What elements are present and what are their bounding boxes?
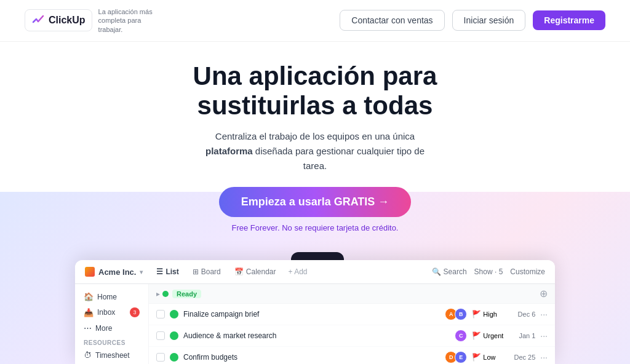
task-row: Confirm budgets D E 🚩 Low Dec 25 ··· bbox=[149, 347, 555, 364]
task-priority-2: 🚩 Urgent bbox=[472, 331, 506, 340]
task-date-3: Dec 25 bbox=[511, 354, 535, 361]
sidebar-item-timesheet[interactable]: ⏱ Timesheet bbox=[80, 347, 143, 363]
calendar-icon: 📅 bbox=[234, 267, 244, 276]
clickup-logo-icon bbox=[31, 14, 45, 27]
priority-flag-2: 🚩 bbox=[472, 331, 481, 340]
task-more-3[interactable]: ··· bbox=[540, 352, 548, 362]
inbox-icon: 📥 bbox=[84, 308, 94, 317]
register-button[interactable]: Registrarme bbox=[533, 10, 605, 30]
task-more-2[interactable]: ··· bbox=[540, 331, 548, 341]
task-group-label: Ready bbox=[162, 290, 201, 298]
contact-sales-button[interactable]: Contactar con ventas bbox=[340, 10, 444, 31]
hero-note: Free Forever. No se requiere tarjeta de … bbox=[12, 223, 618, 232]
hero-subtitle: Centraliza el trabajo de los equipos en … bbox=[198, 129, 432, 173]
logo-text: ClickUp bbox=[49, 15, 86, 26]
app-preview: Acme Inc. ▾ ☰ List ⊞ Board 📅 Calendar + … bbox=[75, 260, 555, 364]
task-avatars-2: C bbox=[455, 330, 467, 342]
app-content: 🏠 Home 📥 Inbox 3 ⋯ More Resources ⏱ Time… bbox=[75, 284, 555, 364]
task-checkbox-1[interactable] bbox=[156, 310, 165, 318]
priority-flag-3: 🚩 bbox=[472, 353, 481, 362]
task-name-3[interactable]: Confirm budgets bbox=[183, 353, 440, 362]
app-topbar: Acme Inc. ▾ ☰ List ⊞ Board 📅 Calendar + … bbox=[75, 260, 555, 284]
logo-area: ClickUp La aplicación más completa para … bbox=[25, 7, 160, 34]
task-priority-1: 🚩 High bbox=[472, 310, 506, 318]
task-checkbox-2[interactable] bbox=[156, 331, 165, 340]
timesheet-icon: ⏱ bbox=[84, 350, 92, 360]
login-button[interactable]: Iniciar sesión bbox=[452, 10, 526, 31]
customize-button[interactable]: Customize bbox=[510, 267, 545, 276]
hero-title: Una aplicación para sustituirlas a todas bbox=[12, 61, 618, 121]
avatar-1b: B bbox=[455, 308, 467, 320]
avatar-2a: C bbox=[455, 330, 467, 342]
show-filter-button[interactable]: Show · 5 bbox=[474, 267, 503, 276]
hero-section: Una aplicación para sustituirlas a todas… bbox=[0, 42, 630, 245]
search-button[interactable]: 🔍 Search bbox=[432, 267, 466, 276]
workspace-dropdown-icon[interactable]: ▾ bbox=[140, 269, 143, 275]
inbox-badge: 3 bbox=[130, 307, 140, 317]
list-icon: ☰ bbox=[156, 267, 163, 276]
task-status-dot-2 bbox=[170, 331, 178, 340]
priority-flag-1: 🚩 bbox=[472, 310, 481, 318]
task-date-1: Dec 6 bbox=[511, 311, 535, 318]
avatar-3b: E bbox=[455, 351, 467, 363]
app-main-content: ▸ Ready ⊕ Finalize campaign brief A B 🚩 bbox=[149, 284, 555, 364]
workspace-icon bbox=[85, 267, 95, 277]
ready-status-dot bbox=[162, 291, 169, 297]
app-toolbar-right: 🔍 Search Show · 5 Customize bbox=[432, 267, 545, 276]
workspace-name: Acme Inc. bbox=[98, 267, 136, 277]
task-name-2[interactable]: Audience & market research bbox=[183, 331, 450, 340]
task-date-2: Jan 1 bbox=[511, 332, 535, 339]
board-icon: ⊞ bbox=[193, 267, 199, 276]
task-row: Audience & market research C 🚩 Urgent Ja… bbox=[149, 325, 555, 347]
ready-status-label: Ready bbox=[172, 290, 201, 298]
group-expand-icon[interactable]: ▸ bbox=[156, 290, 160, 298]
tab-board[interactable]: ⊞ Board bbox=[186, 265, 227, 279]
add-task-button[interactable]: ⊕ bbox=[540, 288, 548, 299]
app-tabs: ☰ List ⊞ Board 📅 Calendar + Add bbox=[150, 265, 312, 279]
resources-section-label: Resources bbox=[80, 336, 143, 347]
task-priority-3: 🚩 Low bbox=[472, 353, 506, 362]
task-more-1[interactable]: ··· bbox=[540, 309, 548, 319]
logo-box: ClickUp bbox=[25, 9, 92, 31]
logo-tagline: La aplicación más completa para trabajar… bbox=[98, 7, 160, 34]
task-name-1[interactable]: Finalize campaign brief bbox=[183, 310, 440, 318]
task-avatars-3: D E bbox=[445, 351, 467, 363]
cta-button[interactable]: Empieza a usarla GRATIS → bbox=[219, 187, 412, 217]
sidebar-item-more[interactable]: ⋯ More bbox=[80, 320, 143, 336]
sidebar-item-inbox[interactable]: 📥 Inbox 3 bbox=[80, 304, 143, 320]
task-status-dot-3 bbox=[170, 353, 178, 362]
workspace-name-area[interactable]: Acme Inc. ▾ bbox=[85, 267, 143, 277]
tab-list[interactable]: ☰ List bbox=[150, 265, 185, 279]
header: ClickUp La aplicación más completa para … bbox=[0, 0, 630, 42]
header-nav: Contactar con ventas Iniciar sesión Regi… bbox=[340, 10, 605, 31]
app-sidebar: 🏠 Home 📥 Inbox 3 ⋯ More Resources ⏱ Time… bbox=[75, 284, 149, 364]
task-group-header: ▸ Ready ⊕ bbox=[149, 284, 555, 304]
sidebar-item-home[interactable]: 🏠 Home bbox=[80, 289, 143, 304]
home-icon: 🏠 bbox=[84, 292, 94, 301]
more-icon: ⋯ bbox=[84, 323, 92, 333]
task-row: Finalize campaign brief A B 🚩 High Dec 6… bbox=[149, 304, 555, 325]
add-view-button[interactable]: + Add bbox=[284, 265, 313, 279]
task-status-dot-1 bbox=[170, 310, 178, 318]
task-avatars-1: A B bbox=[445, 308, 467, 320]
task-checkbox-3[interactable] bbox=[156, 353, 165, 362]
tab-calendar[interactable]: 📅 Calendar bbox=[228, 265, 282, 279]
